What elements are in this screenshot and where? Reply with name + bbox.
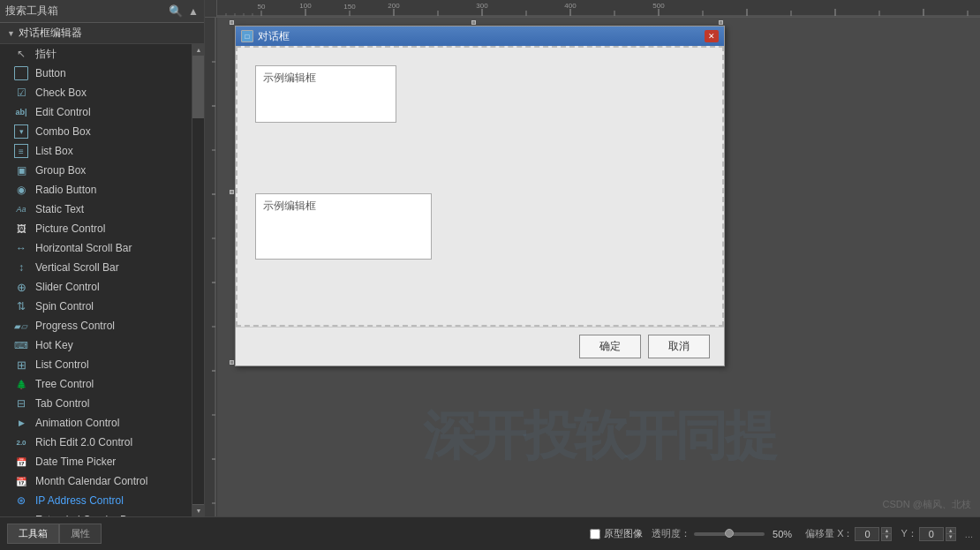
sidebar-item-spin[interactable]: ⇅ Spin Control <box>0 297 192 316</box>
sidebar-item-label: List Control <box>35 358 89 371</box>
offset-y-down[interactable]: ▼ <box>946 534 956 541</box>
csdn-credit: CSDN @楠风、北枝 <box>883 498 971 511</box>
editor-canvas[interactable]: 深开投软开同提 <box>217 18 980 516</box>
cancel-button[interactable]: 取消 <box>648 335 710 358</box>
sidebar-item-vscroll[interactable]: ↕ Vertical Scroll Bar <box>0 258 192 277</box>
sidebar-item-richedit[interactable]: 2.0 Rich Edit 2.0 Control <box>0 433 192 452</box>
tab-icon: ⊟ <box>14 396 28 411</box>
dialog-body: 示例编辑框 示例编辑框 <box>236 46 724 327</box>
sidebar-item-combo[interactable]: ▾ Combo Box <box>0 122 192 141</box>
sidebar-item-label: Picture Control <box>35 222 105 235</box>
sidebar-item-button[interactable]: Button <box>0 64 192 83</box>
opacity-slider-track[interactable] <box>694 532 765 536</box>
watermark: 深开投软开同提 <box>423 401 775 472</box>
sidebar-item-label: IP Address Control <box>35 494 124 507</box>
section-arrow-icon: ▼ <box>7 29 15 38</box>
sidebar-collapse-icon[interactable]: ▲ <box>188 5 199 18</box>
vertical-ruler <box>205 18 217 516</box>
sidebar-item-monthcal[interactable]: 📆 Month Calendar Control <box>0 471 192 491</box>
hotkey-icon: ⌨ <box>14 338 28 352</box>
sidebar-item-extcombo[interactable]: ▾▾ Extended Combo Box <box>0 510 192 516</box>
bottom-tabs: 工具箱 属性 <box>7 524 102 544</box>
sel-handle-bl[interactable] <box>230 360 234 365</box>
sidebar-list: ↖ 指针 Button ☑ Check Box ab| Edit Control <box>0 44 192 516</box>
sel-handle-tc[interactable] <box>471 20 476 25</box>
sel-handle-tl[interactable] <box>230 20 234 25</box>
checkbox-icon: ☑ <box>14 86 28 100</box>
scroll-up-button[interactable]: ▲ <box>192 44 204 57</box>
sidebar-item-label: Radio Button <box>35 184 96 196</box>
offset-x-up[interactable]: ▲ <box>881 527 892 534</box>
dialog-selection-wrapper: □ 对话框 ✕ 示例编辑框 <box>231 22 721 363</box>
scroll-down-button[interactable]: ▼ <box>192 504 204 516</box>
sidebar-item-groupbox[interactable]: ▣ Group Box <box>0 161 192 180</box>
sel-handle-ml[interactable] <box>230 190 234 194</box>
sidebar-item-picture[interactable]: 🖼 Picture Control <box>0 219 192 238</box>
richedit-icon: 2.0 <box>14 435 28 449</box>
sidebar-section-header[interactable]: ▼ 对话框编辑器 <box>0 23 204 44</box>
sidebar-item-label: Month Calendar Control <box>35 475 147 487</box>
dialog-titlebar[interactable]: □ 对话框 ✕ <box>236 26 724 46</box>
search-icon[interactable]: 🔍 <box>169 4 183 18</box>
sidebar-item-label: Check Box <box>35 87 87 99</box>
scroll-thumb[interactable] <box>192 57 204 118</box>
sidebar-item-listbox[interactable]: ≡ List Box <box>0 141 192 161</box>
sidebar: 搜索工具箱 🔍 ▲ ▼ 对话框编辑器 ↖ 指针 <box>0 0 205 516</box>
sidebar-item-checkbox[interactable]: ☑ Check Box <box>0 83 192 102</box>
dialog-title-icon: □ <box>241 30 253 42</box>
sidebar-item-label: Date Time Picker <box>35 456 116 468</box>
sidebar-item-label: Rich Edit 2.0 Control <box>35 436 132 448</box>
sidebar-item-progress[interactable]: ▰▱ Progress Control <box>0 316 192 335</box>
svg-text:150: 150 <box>343 3 356 11</box>
sidebar-item-tab[interactable]: ⊟ Tab Control <box>0 394 192 413</box>
sidebar-item-radio[interactable]: ◉ Radio Button <box>0 180 192 200</box>
opacity-label: 透明度： <box>652 527 690 540</box>
prototype-checkbox[interactable] <box>590 529 600 539</box>
sidebar-item-hscroll[interactable]: ↔ Horizontal Scroll Bar <box>0 238 192 258</box>
opacity-slider-thumb[interactable] <box>725 529 734 538</box>
editor-area: 50 100 150 200 300 400 <box>205 0 980 516</box>
sidebar-item-tree[interactable]: 🌲 Tree Control <box>0 374 192 394</box>
sidebar-scrollbar[interactable]: ▲ ▼ <box>192 44 204 516</box>
spin-icon: ⇅ <box>14 299 28 313</box>
button-icon <box>14 66 28 80</box>
offset-y-input[interactable] <box>919 527 944 541</box>
sidebar-item-datetime[interactable]: 📅 Date Time Picker <box>0 452 192 471</box>
radio-icon: ◉ <box>14 183 28 197</box>
slider-icon: ⊕ <box>14 280 28 294</box>
sidebar-item-pointer[interactable]: ↖ 指针 <box>0 44 192 64</box>
svg-text:100: 100 <box>299 2 312 10</box>
tab-toolbox[interactable]: 工具箱 <box>7 524 59 544</box>
offset-more[interactable]: ... <box>965 529 973 539</box>
tab-properties[interactable]: 属性 <box>59 524 102 544</box>
cursor-icon: ↖ <box>14 47 28 61</box>
offset-y-up[interactable]: ▲ <box>946 527 956 534</box>
sidebar-item-ipaddr[interactable]: ⊛ IP Address Control <box>0 491 192 510</box>
listctrl-icon: ⊞ <box>14 358 28 372</box>
opacity-control: 透明度： 50% <box>652 527 796 540</box>
search-label: 搜索工具箱 <box>5 4 58 19</box>
progress-icon: ▰▱ <box>14 319 28 333</box>
sidebar-item-label: Tab Control <box>35 397 89 410</box>
offset-x-down[interactable]: ▼ <box>881 534 892 541</box>
sidebar-item-slider[interactable]: ⊕ Slider Control <box>0 277 192 297</box>
listbox-icon: ≡ <box>14 144 28 158</box>
ipaddr-icon: ⊛ <box>14 493 28 508</box>
sidebar-item-edit[interactable]: ab| Edit Control <box>0 102 192 122</box>
sidebar-item-label: Hot Key <box>35 339 73 351</box>
dialog-edit2[interactable]: 示例编辑框 <box>255 193 432 260</box>
offset-y-spinner: ▲ ▼ <box>946 527 956 541</box>
sel-handle-tr[interactable] <box>719 20 723 25</box>
dialog-close-button[interactable]: ✕ <box>705 30 719 42</box>
sidebar-item-static[interactable]: Aa Static Text <box>0 200 192 219</box>
offset-x-input[interactable] <box>855 527 879 541</box>
sidebar-item-hotkey[interactable]: ⌨ Hot Key <box>0 335 192 355</box>
sidebar-item-label: Static Text <box>35 203 84 215</box>
vscroll-icon: ↕ <box>14 260 28 275</box>
opacity-value: 50% <box>768 529 796 539</box>
static-icon: Aa <box>14 202 28 216</box>
dialog-edit1[interactable]: 示例编辑框 <box>255 65 396 123</box>
sidebar-item-animation[interactable]: ▶ Animation Control <box>0 413 192 433</box>
ok-button[interactable]: 确定 <box>579 335 641 358</box>
sidebar-item-listctrl[interactable]: ⊞ List Control <box>0 355 192 374</box>
